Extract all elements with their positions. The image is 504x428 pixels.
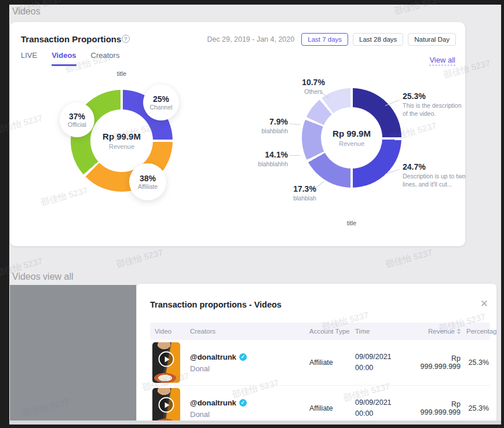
creator-cell: @donaltrunk ✓ Donal xyxy=(185,398,305,419)
time-cell: 09/09/2021 00:00 xyxy=(350,352,412,374)
time-cell: 09/09/2021 00:00 xyxy=(350,397,412,420)
info-icon[interactable]: ? xyxy=(122,35,130,43)
time-clock: 00:00 xyxy=(355,408,412,419)
left-label-channel: 25% Channel xyxy=(143,85,179,120)
tab-creators[interactable]: Creators xyxy=(91,51,120,66)
verified-icon: ✓ xyxy=(239,399,247,407)
verified-icon: ✓ xyxy=(239,353,247,361)
seg-7-9-label: blahblahh xyxy=(243,127,288,136)
video-thumbnail[interactable] xyxy=(152,388,180,425)
revenue-cell: Rp 999.999.999 xyxy=(412,354,462,371)
table-row[interactable]: @donaltrunk ✓ Donal Affiliate 09/09/2021… xyxy=(150,386,490,425)
modal-title: Transaction proportions - Videos xyxy=(150,300,282,309)
videos-table: Video Creators Account Type Time Revenue… xyxy=(150,323,490,425)
affiliate-pct: 38% xyxy=(140,174,156,183)
play-icon[interactable] xyxy=(159,397,174,413)
right-label-others: 10.7% Others xyxy=(293,78,334,96)
time-date: 09/09/2021 xyxy=(355,397,412,408)
col-header-time: Time xyxy=(350,328,412,335)
chart-tabs: LIVE Videos Creators xyxy=(21,51,119,66)
col-header-account-type: Account Type xyxy=(305,328,350,335)
last-7-days-button[interactable]: Last 7 days xyxy=(301,33,348,46)
date-range-label: Dec 29, 2019 - Jan 4, 2020 xyxy=(207,35,294,43)
col-header-creators: Creators xyxy=(185,328,305,335)
section-title-videos-view-all: Videos view all xyxy=(12,272,74,282)
right-label-24-7: 24.7% Description is up to two lines, an… xyxy=(403,162,468,188)
seg-25-3-label: This is the description of the video. xyxy=(403,102,463,118)
card-title: Transaction Proportions xyxy=(21,34,121,44)
left-center-label: Revenue xyxy=(109,143,134,150)
col-header-video: Video xyxy=(150,328,185,335)
seg-17-3-pct: 17.3% xyxy=(284,184,326,193)
transaction-proportions-card: Transaction Proportions ? Dec 29, 2019 -… xyxy=(10,22,465,246)
left-center-value: Rp 99.9M xyxy=(103,131,141,141)
left-label-affiliate: 38% Affiliate xyxy=(129,163,166,200)
date-filter-group: Dec 29, 2019 - Jan 4, 2020 Last 7 days L… xyxy=(207,33,456,46)
creator-handle[interactable]: @donaltrunk xyxy=(190,353,236,361)
table-row[interactable]: @donaltrunk ✓ Donal Affiliate 09/09/2021… xyxy=(150,340,490,386)
official-pct: 37% xyxy=(69,112,85,121)
col-header-revenue[interactable]: Revenue xyxy=(412,328,462,335)
channel-label: Channel xyxy=(149,104,172,111)
view-all-link[interactable]: View all xyxy=(429,56,455,65)
tab-live[interactable]: LIVE xyxy=(21,51,37,66)
right-donut-center: Rp 99.9M Revenue xyxy=(321,107,382,169)
others-label: Others xyxy=(293,88,334,96)
creator-cell: @donaltrunk ✓ Donal xyxy=(185,353,305,373)
sort-icon[interactable] xyxy=(457,328,461,334)
creator-handle[interactable]: @donaltrunk xyxy=(190,398,236,407)
creator-name[interactable]: Donal xyxy=(190,410,305,419)
creator-name[interactable]: Donal xyxy=(190,364,305,373)
seg-7-9-pct: 7.9% xyxy=(243,117,288,126)
seg-14-1-pct: 14.1% xyxy=(243,150,288,159)
right-label-7-9: 7.9% blahblahh xyxy=(243,117,288,136)
natural-day-button[interactable]: Natural Day xyxy=(408,33,456,46)
placeholder-panel xyxy=(10,285,136,423)
play-icon[interactable] xyxy=(159,352,174,367)
leader-line xyxy=(290,123,300,125)
time-clock: 00:00 xyxy=(355,363,412,374)
revenue-cell: Rp 999.999.999 xyxy=(412,400,462,416)
col-header-percentage: Percentage xyxy=(462,328,490,335)
page-title: Videos xyxy=(12,6,41,17)
revenue-header-label: Revenue xyxy=(428,328,455,335)
left-label-official: 37% Official xyxy=(60,103,94,137)
leader-line xyxy=(290,155,300,156)
tab-videos[interactable]: Videos xyxy=(52,51,76,66)
video-thumbnail[interactable] xyxy=(152,342,180,383)
others-pct: 10.7% xyxy=(293,78,334,87)
percentage-cell: 25.3% xyxy=(462,359,490,367)
seg-17-3-label: blahblah xyxy=(284,195,326,203)
table-header-row: Video Creators Account Type Time Revenue… xyxy=(150,323,490,340)
seg-24-7-label: Description is up to two lines, and it'l… xyxy=(403,173,468,188)
channel-pct: 25% xyxy=(153,94,169,104)
right-label-25-3: 25.3% This is the description of the vid… xyxy=(403,92,463,118)
transaction-proportions-modal: Transaction proportions - Videos ✕ Video… xyxy=(137,284,496,425)
horizontal-scrollbar[interactable] xyxy=(9,420,501,425)
account-type-cell: Affiliate xyxy=(305,404,350,412)
last-28-days-button[interactable]: Last 28 days xyxy=(353,33,403,46)
seg-14-1-label: blahblahhh xyxy=(243,160,288,169)
left-donut-center: Rp 99.9M Revenue xyxy=(90,109,153,172)
time-date: 09/09/2021 xyxy=(355,352,412,363)
account-type-cell: Affiliate xyxy=(305,359,350,367)
official-label: Official xyxy=(68,121,86,128)
right-label-17-3: 17.3% blahblah xyxy=(284,184,326,203)
affiliate-label: Affiliate xyxy=(138,183,158,190)
seg-25-3-pct: 25.3% xyxy=(403,92,463,101)
close-icon[interactable]: ✕ xyxy=(480,298,488,310)
right-label-14-1: 14.1% blahblahhh xyxy=(243,150,288,169)
seg-24-7-pct: 24.7% xyxy=(403,162,468,171)
right-chart-title: title xyxy=(328,220,375,226)
percentage-cell: 25.3% xyxy=(462,404,490,412)
left-chart-title: title xyxy=(98,70,145,77)
right-center-label: Revenue xyxy=(339,140,364,147)
right-center-value: Rp 99.9M xyxy=(333,129,371,138)
